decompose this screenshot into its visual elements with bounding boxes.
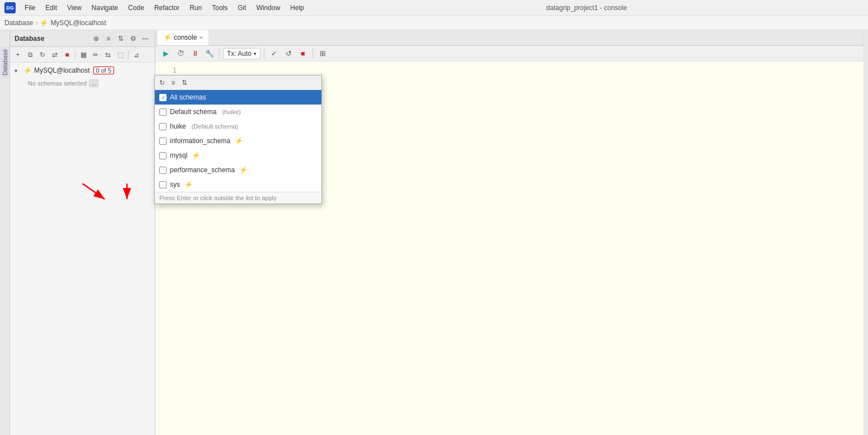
schema-list: ✓ All schemas Default schema (huike) hui… [155, 90, 321, 192]
information-schema-lightning-icon: ⚡ [235, 137, 243, 145]
db-panel-header: Database ⊕ ≡ ⇅ ⚙ — [10, 30, 155, 47]
vertical-tab: Database [0, 30, 10, 435]
schema-name-information-schema: information_schema [170, 137, 230, 145]
schema-dropdown: ↻ ≡ ⇅ ✓ All schemas Default schema (huik… [154, 75, 322, 204]
sys-lightning-icon: ⚡ [184, 181, 193, 188]
pause-button[interactable]: ⏸ [189, 48, 201, 60]
stop-button[interactable]: ■ [61, 49, 73, 60]
schema-item-all[interactable]: ✓ All schemas [155, 90, 321, 105]
menu-bar: DG File Edit View Navigate Code Refactor… [0, 0, 868, 16]
history-button[interactable]: ⏱ [174, 48, 187, 60]
grid-button[interactable]: ⊞ [316, 48, 329, 60]
right-scrollbar[interactable] [864, 30, 868, 435]
filter-button[interactable]: ⊿ [131, 49, 142, 60]
schema-item-sys[interactable]: sys ⚡ [155, 177, 321, 192]
db-panel-title: Database [15, 35, 91, 42]
menu-code[interactable]: Code [124, 3, 149, 13]
schema-checkbox-sys[interactable] [159, 181, 167, 188]
jump-button[interactable]: ⇆ [102, 49, 113, 60]
filter-type-icon[interactable]: ⇅ [116, 34, 126, 44]
no-schemas-more-button[interactable]: ... [89, 79, 98, 87]
edit-button[interactable]: ✏ [90, 49, 101, 60]
menu-help[interactable]: Help [286, 3, 309, 13]
db-toolbar: + ⧉ ↻ ⇄ ■ ▦ ✏ ⇆ ⬚ ⊿ [10, 47, 155, 63]
menu-view[interactable]: View [63, 3, 86, 13]
no-schemas-label: No schemas selected [28, 80, 87, 87]
menu-refactor[interactable]: Refactor [150, 3, 184, 13]
connection-icon: ⚡ [23, 67, 32, 74]
schema-name-default: Default schema [170, 108, 216, 116]
refresh-button[interactable]: ↻ [37, 49, 48, 60]
schema-name-all: All schemas [170, 93, 206, 101]
dd-sort-icon[interactable]: ≡ [168, 78, 178, 88]
schema-checkbox-information-schema[interactable] [159, 138, 167, 145]
schema-sub-huike: (Default schema) [192, 123, 239, 130]
no-schemas-row: No schemas selected ... [10, 77, 155, 89]
schema-item-huike[interactable]: huike (Default schema) [155, 119, 321, 134]
tree-expand-arrow: ▾ [15, 68, 21, 74]
connection-label: MySQL@localhost [34, 67, 90, 74]
dd-filter-icon[interactable]: ⇅ [179, 78, 189, 88]
settings-icon[interactable]: ⚙ [128, 34, 138, 44]
sort-icon[interactable]: ≡ [103, 34, 113, 44]
stop-editor-button[interactable]: ■ [297, 48, 309, 60]
tree-connection-row[interactable]: ▾ ⚡ MySQL@localhost 0 of 5 [10, 64, 155, 77]
menu-navigate[interactable]: Navigate [87, 3, 122, 13]
tx-dropdown[interactable]: Tx: Auto ▾ [223, 48, 260, 59]
schema-item-information-schema[interactable]: information_schema ⚡ [155, 134, 321, 148]
main-layout: Database Database ⊕ ≡ ⇅ ⚙ — + ⧉ ↻ ⇄ ■ ▦ … [0, 30, 868, 435]
breadcrumb-icon: ⚡ [40, 19, 48, 27]
dropdown-footer: Press Enter or click outside the list to… [155, 192, 321, 204]
table-button[interactable]: ▦ [78, 49, 89, 60]
schema-checkbox-mysql[interactable] [159, 152, 167, 159]
schema-name-sys: sys [170, 181, 180, 188]
schema-badge[interactable]: 0 of 5 [93, 67, 115, 74]
schema-checkbox-default[interactable] [159, 108, 167, 116]
menu-tools[interactable]: Tools [207, 3, 232, 13]
breadcrumb-sep: › [35, 19, 37, 27]
thumbnail-button[interactable]: ⬚ [115, 49, 126, 60]
toolbar-sep2 [128, 50, 129, 59]
breadcrumb-connection[interactable]: MySQL@localhost [50, 19, 106, 27]
tx-chevron-icon: ▾ [254, 51, 257, 56]
schema-item-mysql[interactable]: mysql ⚡ [155, 148, 321, 163]
schema-checkbox-huike[interactable] [159, 123, 167, 130]
schema-name-huike: huike [170, 122, 186, 130]
console-tab-close[interactable]: × [199, 34, 202, 41]
copy-button[interactable]: ⧉ [25, 49, 36, 60]
menu-window[interactable]: Window [252, 3, 285, 13]
dd-refresh-icon[interactable]: ↻ [157, 78, 167, 88]
db-tree: ▾ ⚡ MySQL@localhost 0 of 5 No schemas se… [10, 63, 155, 435]
performance-schema-lightning-icon: ⚡ [239, 166, 248, 174]
menu-git[interactable]: Git [233, 3, 250, 13]
commit-button[interactable]: ✓ [268, 48, 280, 60]
dropdown-toolbar: ↻ ≡ ⇅ [155, 75, 321, 90]
tx-label: Tx: Auto [227, 50, 252, 58]
editor-tb-sep2 [264, 49, 264, 59]
rollback-button[interactable]: ↺ [282, 48, 295, 60]
schema-checkbox-all[interactable]: ✓ [159, 94, 167, 101]
console-tab[interactable]: ⚡ console × [158, 30, 209, 45]
add-button[interactable]: + [12, 49, 23, 60]
breadcrumb: Database › ⚡ MySQL@localhost [0, 16, 868, 30]
menu-run[interactable]: Run [185, 3, 206, 13]
refresh-all-button[interactable]: ⇄ [49, 49, 60, 60]
settings-run-button[interactable]: 🔧 [203, 48, 216, 60]
run-button[interactable]: ▶ [160, 48, 172, 60]
schema-checkbox-performance-schema[interactable] [159, 167, 167, 174]
db-panel: Database ⊕ ≡ ⇅ ⚙ — + ⧉ ↻ ⇄ ■ ▦ ✏ ⇆ ⬚ ⊿ [10, 30, 155, 435]
schema-name-mysql: mysql [170, 152, 187, 159]
vertical-tab-label[interactable]: Database [1, 47, 10, 78]
console-tab-label: console [174, 34, 197, 41]
minimize-icon[interactable]: — [140, 34, 150, 44]
menu-file[interactable]: File [20, 3, 40, 13]
schema-item-default[interactable]: Default schema (huike) [155, 105, 321, 119]
sync-icon[interactable]: ⊕ [91, 34, 101, 44]
schema-item-performance-schema[interactable]: performance_schema ⚡ [155, 163, 321, 177]
menu-edit[interactable]: Edit [41, 3, 61, 13]
breadcrumb-database[interactable]: Database [4, 19, 33, 27]
line-number-1: 1 [160, 66, 177, 74]
console-tab-icon: ⚡ [163, 34, 172, 41]
schema-sub-default: (huike) [222, 108, 241, 115]
editor-tb-sep3 [312, 49, 313, 59]
